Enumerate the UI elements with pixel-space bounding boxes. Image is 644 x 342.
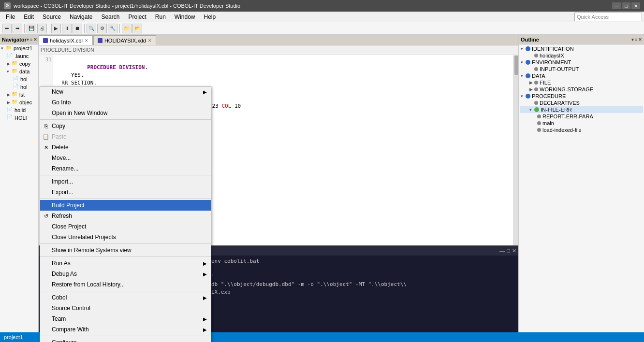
outline-close-btn[interactable]: ✕ <box>638 37 642 42</box>
outline-declaratives[interactable]: DECLARATIVES <box>520 100 643 106</box>
tb-btn-3[interactable]: 💾 <box>27 24 36 33</box>
outline-data[interactable]: ▾ DATA <box>520 72 643 79</box>
ctx-run-as[interactable]: Run As ▶ <box>40 258 211 269</box>
ctx-cobol[interactable]: Cobol ▶ <box>40 292 211 303</box>
ctx-team[interactable]: Team ▶ <box>40 314 211 324</box>
ctx-new[interactable]: New ▶ <box>40 86 211 97</box>
menu-project[interactable]: Project <box>124 12 150 22</box>
tree-hol1[interactable]: 📄 hol <box>0 75 38 83</box>
tree-objec[interactable]: ▶ 📁 objec <box>0 99 38 106</box>
tb-btn-2[interactable]: ➡ <box>13 24 22 33</box>
ctx-move[interactable]: Move... <box>40 153 211 163</box>
ctx-paste[interactable]: 📋 Paste <box>40 131 211 142</box>
menu-window[interactable]: Window <box>171 12 199 22</box>
ctx-debug-as[interactable]: Debug As ▶ <box>40 269 211 279</box>
tree-hol2[interactable]: 📄 hol <box>0 83 38 91</box>
outline-load-indexed[interactable]: load-indexed-file <box>520 127 643 133</box>
outline-environment[interactable]: ▾ ENVIRONMENT <box>520 59 643 66</box>
tb-btn-7[interactable]: ⏹ <box>73 24 82 33</box>
editor-tabs: holidaysIX.cbl ✕ HOLIDAYSIX.xdd ✕ <box>39 35 518 45</box>
outline-report-err-para[interactable]: REPORT-ERR-PARA <box>520 113 643 120</box>
tb-btn-9[interactable]: ⚙ <box>97 24 107 33</box>
ctx-close-unrelated[interactable]: Close Unrelated Projects <box>40 232 211 242</box>
ctx-source-control[interactable]: Source Control <box>40 303 211 314</box>
outline-in-file-err[interactable]: ▾ IN-FILE-ERR <box>520 106 643 113</box>
nav-menu-btn[interactable]: ≡ <box>30 37 32 42</box>
ctx-restore-history[interactable]: Restore from Local History... <box>40 279 211 290</box>
tb-btn-8[interactable]: 🔍 <box>87 24 96 33</box>
ctx-compare-with[interactable]: Compare With ▶ <box>40 324 211 335</box>
outline-file[interactable]: ▶ FILE <box>520 79 643 86</box>
outline-identification[interactable]: ▾ IDENTIFICATION <box>520 45 643 52</box>
tab-close-cbl[interactable]: ✕ <box>85 38 88 43</box>
tree-label-lst: lst <box>19 92 25 98</box>
tb-btn-6[interactable]: ⏸ <box>62 24 72 33</box>
ctx-export[interactable]: Export... <box>40 187 211 198</box>
ctx-gointo[interactable]: Go Into <box>40 97 211 108</box>
nav-close-btn[interactable]: ✕ <box>33 37 37 42</box>
outline-collapse-btn[interactable]: ▾ <box>631 37 634 42</box>
title-bar-controls[interactable]: ─ □ ✕ <box>612 2 640 9</box>
tb-btn-5[interactable]: ▶ <box>51 24 61 33</box>
ctx-show-remote[interactable]: Show in Remote Systems view <box>40 245 211 256</box>
outline-holidaysix[interactable]: holidaysIX <box>520 52 643 59</box>
tree-data[interactable]: ▾ 📁 data <box>0 68 38 75</box>
ctx-configure[interactable]: Configure <box>40 337 211 342</box>
tb-btn-12[interactable]: 📂 <box>132 24 142 33</box>
tree-lst[interactable]: ▶ 📁 lst <box>0 91 38 99</box>
tab-label-cbl: holidaysIX.cbl <box>50 38 83 43</box>
outline-header-btns: ▾ ≡ ✕ <box>631 37 642 42</box>
outline-procedure[interactable]: ▾ PROCEDURE <box>520 93 643 100</box>
minimize-button[interactable]: ─ <box>612 2 621 9</box>
ctx-delete[interactable]: ✕ Delete <box>40 142 211 153</box>
ctx-refresh[interactable]: ↺ Refresh <box>40 211 211 221</box>
tab-holidaysix-xdd[interactable]: HOLIDAYSIX.xdd ✕ <box>93 35 156 45</box>
outline-working-storage[interactable]: ▶ WORKING-STORAGE <box>520 86 643 93</box>
menu-file[interactable]: File <box>2 12 19 22</box>
ctx-rename[interactable]: Rename... <box>40 163 211 174</box>
ctx-close-project[interactable]: Close Project <box>40 221 211 232</box>
tab-close-xdd[interactable]: ✕ <box>148 38 152 43</box>
tab-holidaysix-cbl[interactable]: holidaysIX.cbl ✕ <box>39 35 93 45</box>
bottom-panel-close[interactable]: ✕ <box>512 248 516 254</box>
tb-btn-4[interactable]: 🖨 <box>37 24 47 33</box>
tree-copy[interactable]: ▶ 📁 copy <box>0 60 38 68</box>
main-layout: Navigator ▾ ≡ ✕ ▾ 📁 project1 📄 .launc ▶ … <box>0 35 644 332</box>
outline-input-output[interactable]: INPUT-OUTPUT <box>520 66 643 72</box>
editor-scrollbar-v[interactable] <box>513 55 518 245</box>
title-bar-text: workspace - CO3OL-IT Developer Studio - … <box>14 3 240 9</box>
menu-source[interactable]: Source <box>39 12 65 22</box>
menu-help[interactable]: Help <box>200 12 220 22</box>
outline-main[interactable]: main <box>520 120 643 127</box>
tree-label-objec: objec <box>19 100 32 105</box>
menu-run[interactable]: Run <box>151 12 170 22</box>
menu-navigate[interactable]: Navigate <box>66 12 96 22</box>
outline-label-proc: PROCEDURE <box>532 93 566 99</box>
outline-menu-btn[interactable]: ≡ <box>635 37 637 42</box>
menu-edit[interactable]: Edit <box>20 12 38 22</box>
tree-launc[interactable]: 📄 .launc <box>0 52 38 60</box>
tb-btn-1[interactable]: ⬅ <box>2 24 12 33</box>
maximize-button[interactable]: □ <box>622 2 630 9</box>
ctx-import[interactable]: Import... <box>40 176 211 187</box>
menu-search[interactable]: Search <box>97 12 123 22</box>
outline-arrow-file: ▶ <box>529 80 534 85</box>
tree-project1[interactable]: ▾ 📁 project1 <box>0 44 38 52</box>
tree-arrow-project1: ▾ <box>1 46 6 51</box>
editor-scrollbar-thumb[interactable] <box>514 56 518 75</box>
tree-holi[interactable]: 📄 HOLI <box>0 114 38 122</box>
ctx-show-remote-icon <box>42 246 50 254</box>
tb-btn-10[interactable]: 🔧 <box>108 24 117 33</box>
outline-dot-decl <box>534 101 538 105</box>
outline-title: Outline <box>521 37 539 43</box>
ctx-open-new-window[interactable]: Open in New Window <box>40 108 211 118</box>
tree-holid[interactable]: 📄 holid <box>0 106 38 114</box>
tb-btn-11[interactable]: 📁 <box>122 24 132 33</box>
nav-collapse-btn[interactable]: ▾ <box>27 37 29 42</box>
ctx-build-project[interactable]: Build Project <box>40 200 211 211</box>
ctx-copy[interactable]: ⎘ Copy <box>40 121 211 131</box>
close-button[interactable]: ✕ <box>631 2 640 9</box>
bottom-panel-minimize[interactable]: — <box>499 248 505 254</box>
bottom-panel-maximize[interactable]: □ <box>507 248 510 254</box>
quick-access-input[interactable]: Quick Access <box>574 13 642 21</box>
